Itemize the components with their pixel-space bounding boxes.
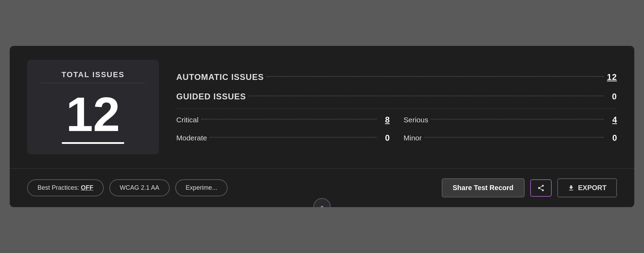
total-issues-label: TOTAL ISSUES [61,70,125,79]
moderate-value: 0 [379,133,390,143]
serious-dots [431,119,604,120]
moderate-row: Moderate 0 [176,129,390,147]
share-icon-button[interactable] [530,179,552,197]
main-container: TOTAL ISSUES 12 AUTOMATIC ISSUES 12 GUID… [10,46,634,207]
severity-grid: Critical 8 Moderate 0 Serious [176,111,617,147]
share-test-record-label: Share Test Record [453,184,514,191]
issues-breakdown: AUTOMATIC ISSUES 12 GUIDED ISSUES 0 Crit… [176,60,617,154]
total-issues-number: 12 [66,90,120,139]
top-section: TOTAL ISSUES 12 AUTOMATIC ISSUES 12 GUID… [10,46,634,169]
guided-issues-row: GUIDED ISSUES 0 [176,87,617,106]
automatic-issues-dots [266,76,604,77]
minor-dots [425,137,604,138]
export-icon [568,185,575,191]
automatic-issues-value: 12 [607,72,617,82]
best-practices-label: Best Practices: [37,184,79,191]
export-button[interactable]: EXPORT [557,178,617,197]
guided-issues-value: 0 [607,92,617,101]
experimental-label: Experime... [186,184,217,191]
experimental-button[interactable]: Experime... [175,179,228,196]
critical-dots [201,119,376,120]
critical-row: Critical 8 [176,111,390,129]
serious-value: 4 [607,115,617,125]
best-practices-button[interactable]: Best Practices: OFF [27,179,104,196]
chevron-up-button[interactable] [313,198,331,207]
chevron-up-icon [319,204,325,207]
critical-value: 8 [379,115,390,125]
moderate-label: Moderate [176,134,207,142]
minor-row: Minor 0 [404,129,617,147]
share-test-record-button[interactable]: Share Test Record [442,178,525,197]
automatic-issues-row: AUTOMATIC ISSUES 12 [176,67,617,87]
serious-label: Serious [404,116,428,124]
severity-col-right: Serious 4 Minor 0 [404,111,617,147]
total-issues-divider [41,83,145,83]
minor-value: 0 [607,133,617,143]
automatic-issues-label: AUTOMATIC ISSUES [176,72,264,82]
minor-label: Minor [404,134,422,142]
best-practices-value: OFF [81,184,93,191]
severity-col-left: Critical 8 Moderate 0 [176,111,390,147]
issues-separator [176,108,617,109]
export-label: EXPORT [578,184,607,192]
share-icon [537,184,545,192]
critical-label: Critical [176,116,198,124]
total-issues-underline [62,142,124,144]
guided-issues-label: GUIDED ISSUES [176,92,246,101]
wcag-button[interactable]: WCAG 2.1 AA [109,179,170,196]
serious-row: Serious 4 [404,111,617,129]
wcag-label: WCAG 2.1 AA [120,184,159,191]
total-issues-card: TOTAL ISSUES 12 [27,60,159,154]
moderate-dots [210,137,376,138]
bottom-toolbar: Best Practices: OFF WCAG 2.1 AA Experime… [10,169,634,207]
guided-issues-dots [249,96,604,96]
